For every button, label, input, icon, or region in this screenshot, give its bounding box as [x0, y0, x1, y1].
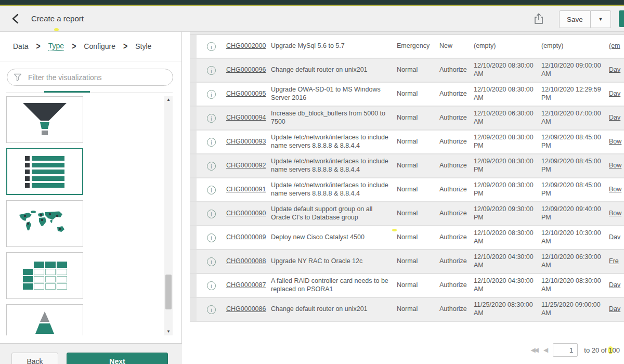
row-id-link[interactable]: CHG0000095 [226, 90, 266, 97]
row-id-link[interactable]: CHG0000090 [226, 210, 266, 217]
row-id-link[interactable]: CHG0000087 [226, 281, 266, 289]
first-page-button[interactable]: ◀◀ [531, 346, 537, 354]
back-button[interactable]: Back [11, 353, 58, 364]
row-start-date: (empty) [474, 40, 541, 53]
page-number-input[interactable] [553, 343, 578, 357]
row-priority: Normal [397, 255, 439, 268]
row-description: Change default router on unix201 [271, 63, 397, 77]
row-id-link[interactable]: CHG0000096 [226, 66, 266, 73]
wizard-step-style[interactable]: Style [135, 42, 151, 50]
pagination-bar: ◀◀ ◀ to 20 of 100 [531, 343, 620, 357]
table-row[interactable]: CHG0000092 Update /etc/network/interface… [190, 154, 624, 178]
info-circle-icon[interactable] [207, 66, 216, 75]
panel-footer: Back Next [0, 343, 182, 364]
viz-list-scrollbar[interactable]: ▲ ▼ [164, 96, 173, 335]
row-id-link[interactable]: CHG0000089 [226, 233, 266, 241]
list-chart-icon [25, 156, 64, 188]
viz-thumb-pyramid[interactable] [6, 304, 83, 335]
row-gutter [190, 298, 197, 321]
row-description: Update /etc/network/interfaces to includ… [271, 179, 397, 201]
info-circle-icon[interactable] [207, 138, 216, 147]
row-assignee-link[interactable]: Dav [609, 90, 620, 97]
wizard-step-configure[interactable]: Configure [84, 42, 115, 50]
viz-thumb-list[interactable] [6, 148, 83, 195]
row-assignee-link[interactable]: (em [609, 42, 620, 49]
save-button[interactable]: Save [559, 10, 591, 28]
row-gutter [190, 202, 197, 225]
table-row[interactable]: CHG0000096 Change default router on unix… [190, 59, 624, 83]
row-gutter [190, 59, 197, 82]
row-assignee-link[interactable]: Dav [609, 305, 620, 313]
viz-thumb-map[interactable] [6, 200, 83, 247]
table-row[interactable]: CHG0000087 A failed RAID controller card… [190, 274, 624, 298]
share-export-icon[interactable] [532, 12, 545, 25]
row-assignee-link[interactable]: Dav [609, 66, 620, 73]
row-id-link[interactable]: CHG0000092 [226, 162, 266, 169]
row-state: Authorize [439, 303, 474, 316]
row-assignee-link[interactable]: Dav [609, 281, 620, 289]
previous-page-button[interactable]: ◀ [543, 346, 547, 354]
row-id-link[interactable]: CHG0002000 [226, 42, 266, 49]
scroll-down-icon[interactable]: ▼ [164, 328, 173, 335]
row-gutter [190, 154, 197, 177]
wizard-step-type[interactable]: Type [48, 42, 64, 51]
table-row[interactable]: CHG0000094 Increase db_block_buffers fro… [190, 107, 624, 131]
row-id-link[interactable]: CHG0000086 [226, 305, 266, 313]
row-assignee-link[interactable]: Dav [609, 114, 620, 121]
row-state: Authorize [439, 111, 474, 125]
row-state: Authorize [439, 207, 474, 220]
scroll-up-icon[interactable]: ▲ [164, 96, 173, 103]
table-row[interactable]: CHG0000093 Update /etc/network/interface… [190, 131, 624, 154]
table-row[interactable]: CHG0000088 Upgrade NY RAC to Oracle 12c … [190, 250, 624, 274]
info-circle-icon[interactable] [207, 42, 216, 51]
table-row[interactable]: CHG0000089 Deploy new Cisco Catalyst 450… [190, 226, 624, 250]
row-gutter [190, 107, 197, 129]
info-circle-icon[interactable] [207, 257, 216, 266]
row-end-date: 12/09/2020 08:45:00 PM [541, 131, 609, 153]
next-button[interactable]: Next [67, 353, 168, 364]
info-circle-icon[interactable] [207, 233, 216, 242]
chevron-right-icon: > [36, 41, 41, 52]
table-row[interactable]: CHG0002000 Upgrade MySql 5.6 to 5.7 Emer… [190, 35, 624, 59]
row-state: Authorize [439, 135, 474, 149]
row-start-date: 12/10/2020 08:30:00 AM [474, 83, 541, 105]
table-row[interactable]: CHG0000091 Update /etc/network/interface… [190, 178, 624, 202]
table-row[interactable]: CHG0000090 Update default support group … [190, 202, 624, 226]
back-chevron-icon[interactable] [10, 13, 22, 24]
table-row[interactable]: CHG0000095 Upgrade OWA-SD-01 to MS Windo… [190, 83, 624, 107]
row-gutter [190, 274, 197, 297]
wizard-breadcrumb: Data > Type > Configure > Style [0, 32, 181, 61]
info-circle-icon[interactable] [207, 186, 216, 194]
info-circle-icon[interactable] [207, 305, 216, 314]
row-id-link[interactable]: CHG0000094 [226, 114, 266, 121]
row-assignee-link[interactable]: Bow [609, 210, 621, 217]
row-assignee-link[interactable]: Bow [609, 162, 621, 169]
info-circle-icon[interactable] [207, 114, 216, 123]
row-id-link[interactable]: CHG0000093 [226, 138, 266, 145]
edge-teal-button[interactable] [619, 10, 624, 27]
info-circle-icon[interactable] [207, 281, 216, 290]
save-menu-button[interactable]: ▼ [591, 10, 611, 28]
viz-thumb-funnel[interactable] [6, 96, 83, 143]
row-priority: Normal [397, 135, 439, 149]
wizard-step-data[interactable]: Data [13, 42, 29, 50]
viz-thumb-table[interactable] [6, 252, 83, 299]
row-assignee-link[interactable]: Fre [609, 257, 619, 265]
info-circle-icon[interactable] [207, 210, 216, 218]
scrollbar-thumb[interactable] [165, 275, 172, 309]
row-assignee-link[interactable]: Bow [609, 186, 621, 193]
row-assignee-link[interactable]: Bow [609, 138, 621, 145]
info-circle-icon[interactable] [207, 162, 216, 171]
table-row[interactable]: CHG0000086 Change default router on unix… [190, 298, 624, 322]
row-end-date: 12/10/2020 06:30:00 AM [541, 251, 609, 272]
row-id-link[interactable]: CHG0000091 [226, 186, 266, 193]
row-id-link[interactable]: CHG0000088 [226, 257, 266, 265]
info-circle-icon[interactable] [207, 90, 216, 99]
row-end-date: 12/09/2020 08:45:00 PM [541, 155, 609, 177]
chevron-right-icon: > [123, 41, 127, 52]
filter-visualizations-input[interactable] [27, 73, 166, 82]
row-start-date: 12/09/2020 08:30:00 PM [474, 131, 541, 153]
row-assignee-link[interactable]: Dav [609, 233, 620, 241]
row-state: New [439, 40, 474, 53]
row-priority: Normal [397, 87, 439, 101]
